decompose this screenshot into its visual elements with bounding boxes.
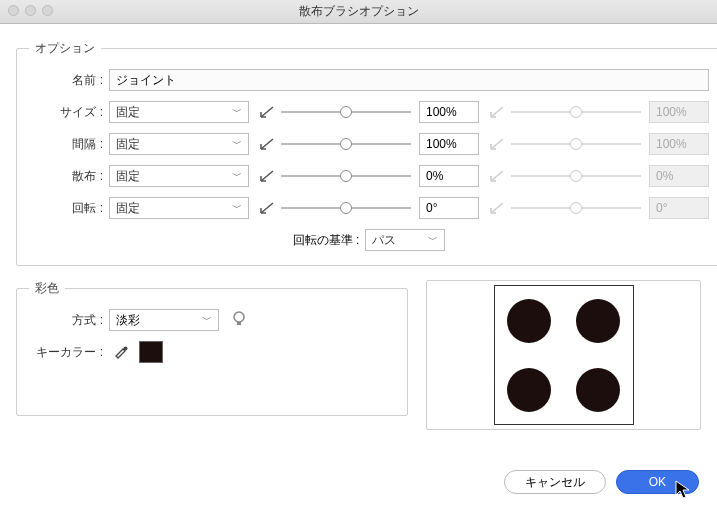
- options-group: オプション 名前 : サイズ : 固定 ﹀ 100%: [16, 40, 717, 266]
- method-select[interactable]: 淡彩 ﹀: [109, 309, 219, 331]
- flip-icon: [489, 137, 505, 151]
- flip-icon[interactable]: [259, 169, 275, 183]
- svg-rect-1: [237, 322, 241, 325]
- rotation-mode-select[interactable]: 固定 ﹀: [109, 197, 249, 219]
- size-slider-1[interactable]: [281, 101, 411, 123]
- preview-dot: [507, 299, 551, 343]
- size-value-1[interactable]: 100%: [419, 101, 479, 123]
- spacing-mode-select[interactable]: 固定 ﹀: [109, 133, 249, 155]
- scatter-slider-2: [511, 165, 641, 187]
- rotation-basis-select[interactable]: パス ﹀: [365, 229, 445, 251]
- rotation-basis-row: 回転の基準 : パス ﹀: [29, 229, 709, 251]
- keycolor-row: キーカラー :: [29, 341, 395, 363]
- scatter-slider-1[interactable]: [281, 165, 411, 187]
- keycolor-label: キーカラー :: [29, 344, 109, 361]
- name-row: 名前 :: [29, 69, 709, 91]
- preview-dot: [576, 368, 620, 412]
- rotation-row: 回転 : 固定 ﹀ 0° 0°: [29, 197, 709, 219]
- size-mode-select[interactable]: 固定 ﹀: [109, 101, 249, 123]
- rotation-mode-value: 固定: [116, 200, 140, 217]
- rotation-basis-label: 回転の基準 :: [293, 232, 366, 249]
- window-title: 散布ブラシオプション: [299, 3, 419, 20]
- chevron-down-icon: ﹀: [232, 137, 242, 151]
- rotation-slider-2: [511, 197, 641, 219]
- chevron-down-icon: ﹀: [232, 201, 242, 215]
- cancel-button[interactable]: キャンセル: [504, 470, 606, 494]
- size-slider-2: [511, 101, 641, 123]
- flip-icon[interactable]: [259, 201, 275, 215]
- svg-point-2: [124, 346, 128, 350]
- svg-point-0: [234, 312, 244, 322]
- flip-icon[interactable]: [259, 105, 275, 119]
- chevron-down-icon: ﹀: [428, 233, 438, 247]
- name-input[interactable]: [109, 69, 709, 91]
- size-row: サイズ : 固定 ﹀ 100% 100%: [29, 101, 709, 123]
- colorize-group: 彩色 方式 : 淡彩 ﹀ キーカラー :: [16, 280, 408, 416]
- preview-dot: [576, 299, 620, 343]
- spacing-row: 間隔 : 固定 ﹀ 100% 100%: [29, 133, 709, 155]
- tips-icon[interactable]: [231, 310, 247, 331]
- size-mode-value: 固定: [116, 104, 140, 121]
- flip-icon: [489, 201, 505, 215]
- minimize-icon[interactable]: [25, 5, 36, 16]
- size-value-2: 100%: [649, 101, 709, 123]
- rotation-value-1[interactable]: 0°: [419, 197, 479, 219]
- name-label: 名前 :: [29, 72, 109, 89]
- method-label: 方式 :: [29, 312, 109, 329]
- brush-preview: [494, 285, 634, 425]
- lower-section: 彩色 方式 : 淡彩 ﹀ キーカラー :: [16, 280, 701, 430]
- options-legend: オプション: [29, 40, 101, 57]
- chevron-down-icon: ﹀: [232, 105, 242, 119]
- rotation-basis-value: パス: [372, 232, 396, 249]
- scatter-mode-select[interactable]: 固定 ﹀: [109, 165, 249, 187]
- colorize-legend: 彩色: [29, 280, 65, 297]
- ok-button[interactable]: OK: [616, 470, 699, 494]
- flip-icon[interactable]: [259, 137, 275, 151]
- scatter-mode-value: 固定: [116, 168, 140, 185]
- scatter-value-1[interactable]: 0%: [419, 165, 479, 187]
- chevron-down-icon: ﹀: [202, 313, 212, 327]
- close-icon[interactable]: [8, 5, 19, 16]
- flip-icon: [489, 105, 505, 119]
- scatter-label: 散布 :: [29, 168, 109, 185]
- window-controls: [8, 5, 53, 16]
- spacing-mode-value: 固定: [116, 136, 140, 153]
- dialog-footer: キャンセル OK: [504, 470, 699, 494]
- scatter-value-2: 0%: [649, 165, 709, 187]
- spacing-value-2: 100%: [649, 133, 709, 155]
- size-label: サイズ :: [29, 104, 109, 121]
- method-value: 淡彩: [116, 312, 140, 329]
- spacing-slider-2: [511, 133, 641, 155]
- spacing-slider-1[interactable]: [281, 133, 411, 155]
- method-row: 方式 : 淡彩 ﹀: [29, 309, 395, 331]
- title-bar: 散布ブラシオプション: [0, 0, 717, 24]
- spacing-value-1[interactable]: 100%: [419, 133, 479, 155]
- preview-box: [426, 280, 701, 430]
- keycolor-swatch[interactable]: [139, 341, 163, 363]
- rotation-label: 回転 :: [29, 200, 109, 217]
- eyedropper-icon[interactable]: [113, 343, 129, 362]
- scatter-row: 散布 : 固定 ﹀ 0% 0%: [29, 165, 709, 187]
- flip-icon: [489, 169, 505, 183]
- spacing-label: 間隔 :: [29, 136, 109, 153]
- rotation-value-2: 0°: [649, 197, 709, 219]
- chevron-down-icon: ﹀: [232, 169, 242, 183]
- dialog-content: オプション 名前 : サイズ : 固定 ﹀ 100%: [0, 24, 717, 508]
- zoom-icon[interactable]: [42, 5, 53, 16]
- preview-dot: [507, 368, 551, 412]
- rotation-slider-1[interactable]: [281, 197, 411, 219]
